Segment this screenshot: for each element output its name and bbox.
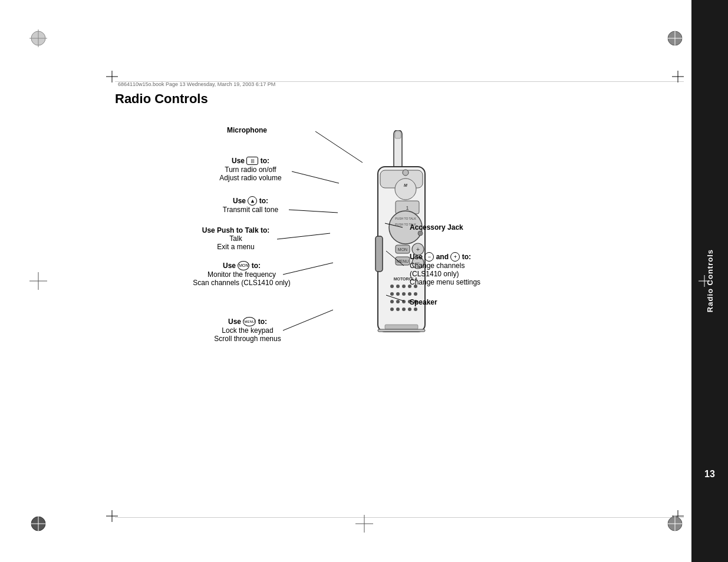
use-mon-line1: Monitor the frequency — [180, 270, 304, 279]
svg-point-31 — [396, 300, 400, 303]
plus-icon: + — [450, 252, 460, 262]
page-title: Radio Controls — [115, 91, 684, 107]
page-number: 13 — [704, 469, 715, 480]
use-mon-label: Use MON to: — [180, 260, 304, 270]
svg-point-21 — [396, 285, 400, 288]
corner-mark-bl — [106, 510, 118, 522]
corner-mark-tl — [106, 71, 118, 82]
microphone-label-group: Microphone — [227, 124, 267, 135]
menu-icon: MENU — [243, 317, 256, 326]
svg-line-45 — [315, 131, 363, 163]
use-plus-minus-group: Use − and + to: Change channels (CLS1410… — [410, 251, 539, 286]
speaker-label-group: Speaker — [410, 296, 437, 307]
svg-point-36 — [396, 308, 400, 311]
svg-point-43 — [403, 170, 409, 176]
svg-point-32 — [402, 300, 406, 303]
svg-text:1: 1 — [406, 205, 409, 211]
use-plus-minus-label: Use − and + to: — [410, 251, 539, 262]
svg-point-25 — [390, 292, 394, 296]
mon-icon: MON — [238, 261, 249, 270]
use-menu-line2: Scroll through menus — [186, 335, 309, 343]
use-ptt-group: Use Push to Talk to: Talk Exit a menu — [174, 226, 298, 251]
use-call-label: Use ▲ to: — [192, 195, 309, 206]
svg-point-38 — [408, 308, 411, 311]
outer-corner-tl — [29, 29, 47, 47]
svg-rect-41 — [385, 325, 418, 329]
speaker-label: Speaker — [410, 298, 437, 306]
svg-rect-1 — [395, 131, 401, 138]
use-mon-line2: Scan channels (CLS1410 only) — [180, 279, 304, 287]
svg-point-27 — [402, 292, 406, 296]
side-mark-bottom — [355, 515, 373, 533]
use-ptt-line2: Exit a menu — [174, 243, 298, 251]
vol-icon: ||| — [246, 157, 258, 165]
svg-point-35 — [390, 308, 394, 311]
accessory-jack-label: Accessory Jack — [410, 223, 463, 232]
use-ptt-label: Use Push to Talk to: — [174, 226, 298, 234]
use-call-group: Use ▲ to: Transmit call tone — [192, 195, 309, 214]
svg-text:M: M — [404, 183, 407, 187]
accessory-jack-label-group: Accessory Jack — [410, 222, 463, 232]
outer-corner-tr — [666, 29, 684, 47]
diagram-container: M 1 PUSH TO TALK PUSH TO TALK MON MENU + — [115, 118, 684, 460]
bottom-border-line — [115, 517, 684, 518]
main-content: Radio Controls M 1 — [115, 91, 684, 515]
corner-mark-tr — [672, 71, 684, 82]
use-vol-group: Use ||| to: Turn radio on/off Adjust rad… — [192, 155, 309, 182]
minus-icon: − — [424, 252, 434, 262]
svg-point-22 — [402, 285, 406, 288]
file-info: 6864110w15o.book Page 13 Wednesday, Marc… — [118, 81, 275, 87]
svg-point-37 — [402, 308, 406, 311]
outer-corner-bl — [29, 515, 47, 533]
svg-point-20 — [390, 285, 394, 288]
use-plus-minus-line1: Change channels — [410, 262, 539, 270]
svg-rect-42 — [378, 329, 425, 332]
connector-lines-svg — [115, 118, 528, 472]
svg-point-28 — [408, 292, 411, 296]
use-vol-label: Use ||| to: — [192, 155, 309, 166]
svg-rect-8 — [375, 236, 383, 272]
svg-point-26 — [396, 292, 400, 296]
use-menu-label: Use MENU to: — [186, 316, 309, 326]
svg-point-30 — [390, 300, 394, 303]
call-icon: ▲ — [248, 196, 257, 206]
use-menu-group: Use MENU to: Lock the keypad Scroll thro… — [186, 316, 309, 343]
use-ptt-line1: Talk — [174, 234, 298, 243]
use-vol-line2: Adjust radio volume — [192, 174, 309, 182]
svg-text:PUSH TO TALK: PUSH TO TALK — [395, 217, 416, 220]
use-plus-minus-line3: Change menu settings — [410, 278, 539, 286]
side-mark-left — [29, 272, 47, 290]
use-call-line1: Transmit call tone — [192, 206, 309, 214]
svg-point-39 — [414, 308, 417, 311]
svg-point-29 — [414, 292, 417, 296]
use-mon-group: Use MON to: Monitor the frequency Scan c… — [180, 260, 304, 287]
svg-point-4 — [395, 178, 416, 200]
svg-text:MON: MON — [397, 247, 407, 252]
outer-corner-br — [666, 515, 684, 533]
microphone-label: Microphone — [227, 126, 267, 134]
use-plus-minus-line2: (CLS1410 only) — [410, 270, 539, 278]
sidebar-mark-center — [699, 275, 710, 287]
use-menu-line1: Lock the keypad — [186, 326, 309, 335]
svg-text:MENU: MENU — [396, 259, 409, 263]
use-vol-line1: Turn radio on/off — [192, 166, 309, 174]
